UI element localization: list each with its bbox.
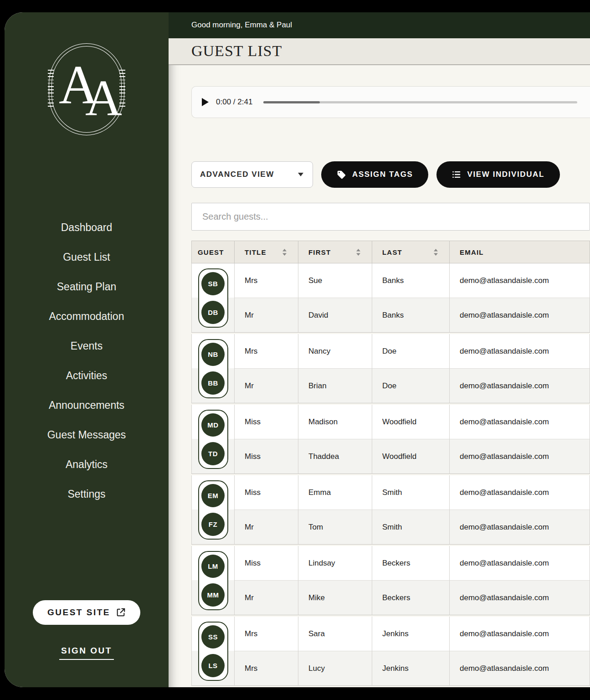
sidebar-nav: DashboardGuest ListSeating PlanAccommoda… [47,220,126,501]
cell-email: demo@atlasandaisle.com [450,510,590,545]
column-header-first[interactable]: FIRST [298,241,372,263]
external-link-icon [116,607,126,618]
sidebar-item-dashboard[interactable]: Dashboard [61,220,113,235]
cell-email: demo@atlasandaisle.com [450,298,590,333]
sort-icon[interactable] [282,249,287,256]
guest-pair-pill: LM MM [198,551,228,610]
cell-email: demo@atlasandaisle.com [450,369,590,403]
guest-pair-pill: SS LS [198,622,228,681]
guest-pair-cell: NB BB [191,334,235,403]
cell-first: Nancy [298,334,372,369]
sidebar-item-guest-messages[interactable]: Guest Messages [47,427,126,442]
sidebar-item-analytics[interactable]: Analytics [66,457,108,472]
cell-last: Smith [372,510,450,545]
cell-title: Miss [235,439,298,474]
guest-group: NB BB Mrs Nancy Doe demo@atlasandaisle.c… [191,334,590,403]
audio-timeline[interactable] [263,101,577,103]
cell-title: Mr [235,369,298,403]
audio-time: 0:00 / 2:41 [216,98,252,107]
cell-first: David [298,298,372,333]
cell-first: Madison [298,405,372,439]
column-header-guest: GUEST [191,241,235,263]
guest-avatar[interactable]: EM [201,484,225,507]
column-header-last[interactable]: LAST [372,241,450,263]
cell-title: Miss [235,405,298,439]
cell-first: Sara [298,617,372,651]
guest-avatar[interactable]: LM [201,555,225,578]
assign-tags-button[interactable]: ASSIGN TAGS [321,161,428,188]
sidebar-item-guest-list[interactable]: Guest List [63,250,110,264]
guest-avatar[interactable]: MD [201,413,225,437]
cell-email: demo@atlasandaisle.com [450,405,590,439]
cell-last: Woodfield [372,439,450,474]
sort-icon[interactable] [356,249,361,256]
cell-email: demo@atlasandaisle.com [450,334,590,369]
cell-title: Mr [235,581,298,615]
toolbar: ADVANCED VIEW ASSIGN TAGS [191,161,590,188]
advanced-view-label: ADVANCED VIEW [200,170,274,179]
cell-first: Emma [298,475,372,510]
guest-group: MD TD Miss Madison Woodfield demo@atlasa… [191,405,590,474]
sidebar-item-accommodation[interactable]: Accommodation [49,309,124,324]
cell-first: Tom [298,510,372,545]
title-band: GUEST LIST [169,38,590,65]
sidebar-bottom: GUEST SITE SIGN OUT [33,600,140,660]
sign-out-link[interactable]: SIGN OUT [59,646,114,660]
guest-site-button[interactable]: GUEST SITE [33,600,140,625]
play-icon[interactable] [202,98,209,106]
guest-avatar[interactable]: LS [201,654,225,677]
guest-group: SB DB Mrs Sue Banks demo@atlasandaisle.c… [191,263,590,333]
guest-group: LM MM Miss Lindsay Beckers demo@atlasand… [191,546,590,615]
sidebar-item-events[interactable]: Events [71,339,103,353]
sidebar-item-activities[interactable]: Activities [66,368,108,383]
cell-email: demo@atlasandaisle.com [450,617,590,651]
cell-last: Jenkins [372,617,450,651]
list-icon [452,170,461,179]
guest-avatar[interactable]: FZ [201,513,225,536]
guest-avatar[interactable]: SB [201,272,225,295]
guest-avatar[interactable]: DB [201,301,225,324]
guest-avatar[interactable]: NB [201,343,225,366]
sort-icon[interactable] [433,249,438,256]
sidebar-item-announcements[interactable]: Announcements [49,398,124,412]
cell-last: Smith [372,475,450,510]
guest-avatar[interactable]: BB [201,371,225,395]
cell-last: Jenkins [372,651,450,686]
cell-title: Miss [235,546,298,581]
column-header-title[interactable]: TITLE [235,241,298,263]
guest-avatar[interactable]: SS [201,625,225,649]
guest-pair-pill: MD TD [198,410,228,469]
advanced-view-select[interactable]: ADVANCED VIEW [191,161,313,188]
view-individual-button[interactable]: VIEW INDIVIDUAL [436,161,559,188]
column-header-email: EMAIL [450,241,590,263]
assign-tags-label: ASSIGN TAGS [352,170,413,179]
guest-avatar[interactable]: TD [201,442,225,465]
guest-table: GUEST TITLE FIRST LAST EMAIL SB DB Mrs S… [191,241,590,686]
search-input[interactable] [191,203,590,231]
brand-logo: A A [49,43,124,135]
cell-first: Lucy [298,651,372,686]
cell-title: Mr [235,510,298,545]
cell-email: demo@atlasandaisle.com [450,263,590,298]
cell-first: Mike [298,581,372,615]
cell-first: Thaddea [298,439,372,474]
guest-pair-pill: SB DB [198,268,228,328]
cell-last: Doe [372,369,450,403]
cell-title: Mrs [235,263,298,298]
sidebar-item-seating-plan[interactable]: Seating Plan [57,279,116,294]
guest-group: SS LS Mrs Sara Jenkins demo@atlasandaisl… [191,617,590,686]
audio-player[interactable]: 0:00 / 2:41 [191,86,590,118]
guest-pair-pill: EM FZ [198,480,228,540]
table-header: GUEST TITLE FIRST LAST EMAIL [191,241,590,263]
sidebar-item-settings[interactable]: Settings [67,487,105,501]
cell-title: Miss [235,475,298,510]
tag-icon [337,170,346,180]
audio-progress-fill [263,101,320,103]
cell-first: Sue [298,263,372,298]
cell-title: Mrs [235,651,298,686]
topbar: Good morning, Emma & Paul [169,12,590,38]
content: 0:00 / 2:41 ADVANCED VIEW ASSIGN TAGS [169,65,590,687]
sidebar: A A DashboardGuest ListSeating PlanAccom… [5,12,169,687]
cell-first: Brian [298,369,372,403]
guest-avatar[interactable]: MM [201,583,225,607]
